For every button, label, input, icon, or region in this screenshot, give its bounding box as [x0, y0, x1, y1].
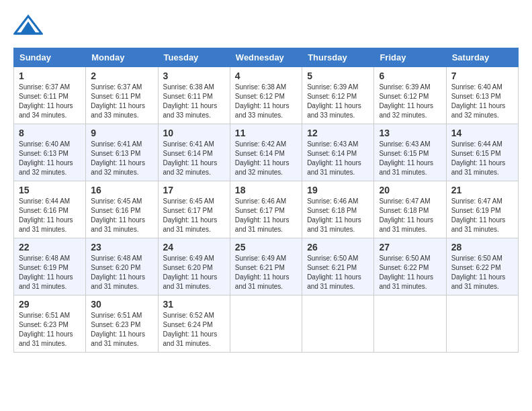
calendar-day-header: Monday	[86, 48, 158, 67]
day-number: 1	[19, 71, 81, 81]
calendar-day-header: Sunday	[14, 48, 86, 67]
day-info: Sunrise: 6:52 AM Sunset: 6:24 PM Dayligh…	[163, 311, 225, 349]
calendar-day-cell: 24 Sunrise: 6:49 AM Sunset: 6:20 PM Dayl…	[158, 238, 230, 295]
day-info: Sunrise: 6:50 AM Sunset: 6:21 PM Dayligh…	[307, 254, 369, 291]
day-number: 14	[451, 128, 513, 138]
day-number: 24	[163, 242, 225, 253]
day-number: 6	[379, 71, 441, 81]
day-info: Sunrise: 6:40 AM Sunset: 6:13 PM Dayligh…	[19, 140, 81, 177]
day-number: 30	[91, 299, 152, 310]
day-number: 11	[235, 128, 297, 138]
logo-icon	[13, 13, 43, 38]
calendar-day-cell: 10 Sunrise: 6:41 AM Sunset: 6:14 PM Dayl…	[158, 124, 230, 181]
day-number: 31	[163, 299, 225, 310]
day-number: 29	[19, 299, 81, 310]
day-number: 10	[163, 128, 225, 138]
calendar-day-cell	[302, 295, 374, 353]
day-number: 21	[451, 185, 513, 195]
day-number: 12	[307, 128, 369, 138]
calendar-week-row: 15 Sunrise: 6:44 AM Sunset: 6:16 PM Dayl…	[14, 181, 519, 238]
calendar-week-row: 1 Sunrise: 6:37 AM Sunset: 6:11 PM Dayli…	[14, 67, 519, 124]
calendar-week-row: 8 Sunrise: 6:40 AM Sunset: 6:13 PM Dayli…	[14, 124, 519, 181]
day-info: Sunrise: 6:46 AM Sunset: 6:18 PM Dayligh…	[307, 197, 369, 234]
calendar-day-cell: 8 Sunrise: 6:40 AM Sunset: 6:13 PM Dayli…	[14, 124, 86, 181]
day-info: Sunrise: 6:48 AM Sunset: 6:20 PM Dayligh…	[91, 254, 152, 291]
calendar-day-cell: 1 Sunrise: 6:37 AM Sunset: 6:11 PM Dayli…	[14, 67, 86, 124]
day-info: Sunrise: 6:41 AM Sunset: 6:14 PM Dayligh…	[163, 140, 225, 177]
day-info: Sunrise: 6:45 AM Sunset: 6:16 PM Dayligh…	[91, 197, 152, 234]
page-header	[13, 13, 519, 38]
day-info: Sunrise: 6:44 AM Sunset: 6:15 PM Dayligh…	[451, 140, 513, 177]
calendar-day-header: Wednesday	[230, 48, 302, 67]
day-info: Sunrise: 6:50 AM Sunset: 6:22 PM Dayligh…	[379, 254, 441, 291]
calendar-day-cell: 23 Sunrise: 6:48 AM Sunset: 6:20 PM Dayl…	[86, 238, 158, 295]
calendar-header-row: SundayMondayTuesdayWednesdayThursdayFrid…	[14, 48, 519, 67]
calendar-day-cell: 14 Sunrise: 6:44 AM Sunset: 6:15 PM Dayl…	[446, 124, 518, 181]
calendar-day-cell: 27 Sunrise: 6:50 AM Sunset: 6:22 PM Dayl…	[374, 238, 446, 295]
calendar-day-cell: 17 Sunrise: 6:45 AM Sunset: 6:17 PM Dayl…	[158, 181, 230, 238]
day-number: 28	[451, 242, 513, 253]
day-info: Sunrise: 6:42 AM Sunset: 6:14 PM Dayligh…	[235, 140, 297, 177]
day-number: 15	[19, 185, 81, 195]
calendar-day-cell	[230, 295, 302, 353]
day-info: Sunrise: 6:43 AM Sunset: 6:14 PM Dayligh…	[307, 140, 369, 177]
day-number: 4	[235, 71, 297, 81]
day-info: Sunrise: 6:39 AM Sunset: 6:12 PM Dayligh…	[307, 83, 369, 120]
day-number: 8	[19, 128, 81, 138]
day-info: Sunrise: 6:41 AM Sunset: 6:13 PM Dayligh…	[91, 140, 152, 177]
day-number: 18	[235, 185, 297, 195]
day-number: 20	[379, 185, 441, 195]
day-info: Sunrise: 6:43 AM Sunset: 6:15 PM Dayligh…	[379, 140, 441, 177]
day-number: 3	[163, 71, 225, 81]
day-number: 19	[307, 185, 369, 195]
calendar-day-header: Friday	[374, 48, 446, 67]
calendar-day-cell	[446, 295, 518, 353]
day-info: Sunrise: 6:37 AM Sunset: 6:11 PM Dayligh…	[19, 83, 81, 120]
calendar-day-cell: 12 Sunrise: 6:43 AM Sunset: 6:14 PM Dayl…	[302, 124, 374, 181]
day-number: 2	[91, 71, 152, 81]
day-number: 13	[379, 128, 441, 138]
day-number: 5	[307, 71, 369, 81]
day-info: Sunrise: 6:50 AM Sunset: 6:22 PM Dayligh…	[451, 254, 513, 291]
day-info: Sunrise: 6:39 AM Sunset: 6:12 PM Dayligh…	[379, 83, 441, 120]
day-number: 7	[451, 71, 513, 81]
calendar-table: SundayMondayTuesdayWednesdayThursdayFrid…	[13, 48, 519, 353]
calendar-day-cell: 25 Sunrise: 6:49 AM Sunset: 6:21 PM Dayl…	[230, 238, 302, 295]
calendar-day-cell: 21 Sunrise: 6:47 AM Sunset: 6:19 PM Dayl…	[446, 181, 518, 238]
calendar-day-cell: 31 Sunrise: 6:52 AM Sunset: 6:24 PM Dayl…	[158, 295, 230, 353]
day-number: 22	[19, 242, 81, 253]
calendar-day-cell: 30 Sunrise: 6:51 AM Sunset: 6:23 PM Dayl…	[86, 295, 158, 353]
day-info: Sunrise: 6:44 AM Sunset: 6:16 PM Dayligh…	[19, 197, 81, 234]
day-info: Sunrise: 6:46 AM Sunset: 6:17 PM Dayligh…	[235, 197, 297, 234]
day-info: Sunrise: 6:51 AM Sunset: 6:23 PM Dayligh…	[19, 311, 81, 349]
day-info: Sunrise: 6:40 AM Sunset: 6:13 PM Dayligh…	[451, 83, 513, 120]
calendar-day-cell	[374, 295, 446, 353]
calendar-day-cell: 13 Sunrise: 6:43 AM Sunset: 6:15 PM Dayl…	[374, 124, 446, 181]
day-number: 23	[91, 242, 152, 253]
calendar-week-row: 29 Sunrise: 6:51 AM Sunset: 6:23 PM Dayl…	[14, 295, 519, 353]
day-info: Sunrise: 6:47 AM Sunset: 6:18 PM Dayligh…	[379, 197, 441, 234]
day-info: Sunrise: 6:48 AM Sunset: 6:19 PM Dayligh…	[19, 254, 81, 291]
calendar-day-cell: 7 Sunrise: 6:40 AM Sunset: 6:13 PM Dayli…	[446, 67, 518, 124]
day-number: 25	[235, 242, 297, 253]
day-info: Sunrise: 6:38 AM Sunset: 6:12 PM Dayligh…	[235, 83, 297, 120]
calendar-day-cell: 9 Sunrise: 6:41 AM Sunset: 6:13 PM Dayli…	[86, 124, 158, 181]
calendar-day-cell: 26 Sunrise: 6:50 AM Sunset: 6:21 PM Dayl…	[302, 238, 374, 295]
day-number: 16	[91, 185, 152, 195]
calendar-day-cell: 5 Sunrise: 6:39 AM Sunset: 6:12 PM Dayli…	[302, 67, 374, 124]
calendar-day-cell: 4 Sunrise: 6:38 AM Sunset: 6:12 PM Dayli…	[230, 67, 302, 124]
calendar-day-cell: 18 Sunrise: 6:46 AM Sunset: 6:17 PM Dayl…	[230, 181, 302, 238]
calendar-week-row: 22 Sunrise: 6:48 AM Sunset: 6:19 PM Dayl…	[14, 238, 519, 295]
day-info: Sunrise: 6:38 AM Sunset: 6:11 PM Dayligh…	[163, 83, 225, 120]
day-info: Sunrise: 6:49 AM Sunset: 6:21 PM Dayligh…	[235, 254, 297, 291]
day-info: Sunrise: 6:51 AM Sunset: 6:23 PM Dayligh…	[91, 311, 152, 349]
calendar-day-cell: 19 Sunrise: 6:46 AM Sunset: 6:18 PM Dayl…	[302, 181, 374, 238]
calendar-day-cell: 22 Sunrise: 6:48 AM Sunset: 6:19 PM Dayl…	[14, 238, 86, 295]
calendar-day-cell: 28 Sunrise: 6:50 AM Sunset: 6:22 PM Dayl…	[446, 238, 518, 295]
day-number: 9	[91, 128, 152, 138]
calendar-day-header: Thursday	[302, 48, 374, 67]
calendar-day-cell: 15 Sunrise: 6:44 AM Sunset: 6:16 PM Dayl…	[14, 181, 86, 238]
calendar-day-cell: 6 Sunrise: 6:39 AM Sunset: 6:12 PM Dayli…	[374, 67, 446, 124]
calendar-day-header: Tuesday	[158, 48, 230, 67]
calendar-day-cell: 29 Sunrise: 6:51 AM Sunset: 6:23 PM Dayl…	[14, 295, 86, 353]
